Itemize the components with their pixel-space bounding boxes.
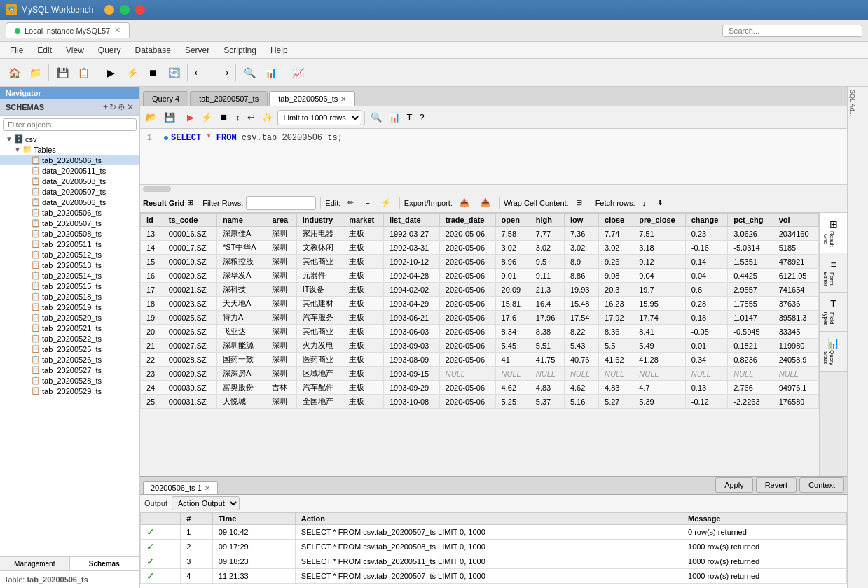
schema-options-button[interactable]: ⚙ <box>118 102 125 112</box>
beautify-button[interactable]: ✨ <box>259 109 276 126</box>
inspect-button[interactable]: 🔍 <box>240 63 259 83</box>
form-editor-tab[interactable]: ≡ FormEditor <box>820 253 847 293</box>
output-row[interactable]: ✓209:17:29SELECT * FROM csv.tab_20200508… <box>141 540 847 554</box>
schemas-tab[interactable]: Schemas <box>70 557 140 570</box>
limit-select[interactable]: Limit to 1000 rows Limit to 200 rows Lim… <box>277 110 361 125</box>
management-tab[interactable]: Management <box>0 557 70 570</box>
output-tab[interactable]: 20200506_ts 1 ✕ <box>143 481 218 494</box>
execute-sql-button[interactable]: ▶ <box>184 109 197 126</box>
global-search-input[interactable] <box>722 24 862 37</box>
collapse-schema-button[interactable]: ✕ <box>127 102 134 112</box>
stop-sql-button[interactable]: ⏹ <box>216 109 231 126</box>
editor-scrollbar[interactable] <box>140 185 847 193</box>
table-row[interactable]: 16000020.SZ深华发A深圳元器件主板1992-04-282020-05-… <box>141 269 819 283</box>
table-tab-20200507[interactable]: 📋tab_20200507_ts <box>0 218 139 228</box>
table-data-20200511[interactable]: 📋data_20200511_ts <box>0 165 139 176</box>
fetch-all-button[interactable]: ⬇ <box>653 197 668 208</box>
format-button[interactable]: T <box>404 109 415 126</box>
table-tab-20200513[interactable]: 📋tab_20200513_ts <box>0 260 139 270</box>
table-tab-20200522[interactable]: 📋tab_20200522_ts <box>0 333 139 344</box>
table-row[interactable]: 20000026.SZ飞亚达深圳其他商业主板1993-06-032020-05-… <box>141 325 819 339</box>
open-sql-button[interactable]: 📂 <box>143 109 160 126</box>
back-button[interactable]: ⟵ <box>191 63 211 83</box>
table-tab-20200520[interactable]: 📋tab_20200520_ts <box>0 312 139 323</box>
apply-button[interactable]: Apply <box>715 477 753 493</box>
execute-current-button[interactable]: ⚡ <box>198 109 215 126</box>
edit-delete-button[interactable]: − <box>361 198 373 208</box>
table-tab-20200526[interactable]: 📋tab_20200526_ts <box>0 354 139 365</box>
forward-button[interactable]: ⟶ <box>212 63 232 83</box>
query-stats-button[interactable]: 📈 <box>288 63 308 83</box>
table-tab-20200519[interactable]: 📋tab_20200519_ts <box>0 302 139 312</box>
query-help-button[interactable]: ? <box>416 109 427 126</box>
table-data-20200507[interactable]: 📋data_20200507_ts <box>0 186 139 197</box>
table-data-20200506[interactable]: 📋data_20200506_ts <box>0 197 139 207</box>
table-row[interactable]: 15000019.SZ深粮控股深圳其他商业主板1992-10-122020-05… <box>141 255 819 269</box>
menu-server[interactable]: Server <box>178 44 216 57</box>
toggle-output-button[interactable]: ↕ <box>233 109 243 126</box>
table-tab-20200508[interactable]: 📋tab_20200508_ts <box>0 228 139 239</box>
schema-csv[interactable]: ▼ 🗄️ csv <box>0 134 139 144</box>
table-tab-20200528[interactable]: 📋tab_20200528_ts <box>0 375 139 386</box>
close-button[interactable] <box>135 5 145 15</box>
refresh-schemas-button[interactable]: ↻ <box>109 102 116 112</box>
menu-query[interactable]: Query <box>91 44 128 57</box>
table-tab-20200511[interactable]: 📋tab_20200511_ts <box>0 239 139 249</box>
save-as-button[interactable]: 📋 <box>74 63 93 83</box>
word-wrap-button[interactable]: ↩ <box>244 109 258 126</box>
query-tab-20200507[interactable]: tab_20200507_ts <box>190 91 268 106</box>
table-tab-20200506b[interactable]: 📋tab_20200506_ts <box>0 207 139 218</box>
inspect-query-button[interactable]: 🔍 <box>368 109 385 126</box>
table-row[interactable]: 24000030.SZ富奥股份吉林汽车配件主板1993-09-292020-05… <box>141 381 819 395</box>
output-row[interactable]: ✓309:18:23SELECT * FROM csv.tab_20200511… <box>141 554 847 569</box>
save-button[interactable]: 💾 <box>53 63 72 83</box>
action-output-select[interactable]: Action Output <box>172 496 240 510</box>
query-tab-close-icon[interactable]: ✕ <box>340 95 346 103</box>
output-row[interactable]: ✓109:10:42SELECT * FROM csv.tab_20200507… <box>141 525 847 540</box>
table-tab-20200512[interactable]: 📋tab_20200512_ts <box>0 249 139 260</box>
table-tab-20200506[interactable]: 📋tab_20200506_ts <box>0 155 139 165</box>
query-tab-20200506[interactable]: tab_20200506_ts ✕ <box>269 91 355 106</box>
output-tab-close-icon[interactable]: ✕ <box>205 484 210 492</box>
table-tab-20200527[interactable]: 📋tab_20200527_ts <box>0 365 139 375</box>
save-sql-button[interactable]: 💾 <box>161 109 178 126</box>
table-row[interactable]: 18000023.SZ天天地A深圳其他建材主板1993-04-292020-05… <box>141 297 819 311</box>
wrap-button[interactable]: ⊞ <box>572 197 586 208</box>
minimize-button[interactable] <box>104 5 114 15</box>
filter-objects-input[interactable] <box>3 118 137 131</box>
edit-add-button[interactable]: ✏ <box>343 197 358 208</box>
instance-tab[interactable]: Local instance MySQL57 ✕ <box>6 22 130 38</box>
maximize-button[interactable] <box>120 5 130 15</box>
stop-button[interactable]: ⏹ <box>143 63 163 83</box>
sql-content[interactable]: SELECT * FROM csv.tab_20200506_ts; <box>164 133 843 180</box>
table-row[interactable]: 19000025.SZ特力A深圳汽车服务主板1993-06-212020-05-… <box>141 311 819 325</box>
filter-rows-input[interactable] <box>246 196 316 210</box>
table-row[interactable]: 22000028.SZ国药一致深圳医药商业主板1993-08-092020-05… <box>141 353 819 367</box>
output-scroll[interactable]: # Time Action Message ✓109:10:42SELECT *… <box>140 512 847 588</box>
add-schema-button[interactable]: + <box>103 102 108 112</box>
menu-edit[interactable]: Edit <box>30 44 59 57</box>
output-row[interactable]: ✓411:21:33SELECT * FROM csv.tab_20200507… <box>141 569 847 584</box>
new-schema-button[interactable]: 🏠 <box>4 63 24 83</box>
table-row[interactable]: 17000021.SZ深科技深圳IT设备主板1994-02-022020-05-… <box>141 283 819 297</box>
execute-button[interactable]: ▶ <box>101 63 120 83</box>
table-tab-20200515[interactable]: 📋tab_20200515_ts <box>0 281 139 291</box>
table-row[interactable]: 13000016.SZ深康佳A深圳家用电器主板1992-03-272020-05… <box>141 227 819 241</box>
table-tab-20200529[interactable]: 📋tab_20200529_ts <box>0 386 139 396</box>
query-stats-tab[interactable]: 📊 QueryStats <box>820 332 847 372</box>
menu-database[interactable]: Database <box>128 44 178 57</box>
menu-file[interactable]: File <box>3 44 30 57</box>
table-row[interactable]: 25000031.SZ大悦城深圳全国地产主板1993-10-082020-05-… <box>141 395 819 409</box>
revert-button[interactable]: Revert <box>756 477 797 493</box>
open-query-button[interactable]: 📁 <box>25 63 45 83</box>
table-tab-20200525[interactable]: 📋tab_20200525_ts <box>0 344 139 354</box>
import-button[interactable]: 📥 <box>476 197 495 208</box>
result-grid-area[interactable]: id ts_code name area industry market lis… <box>140 213 819 476</box>
schema-inspector-button[interactable]: 📊 <box>261 63 280 83</box>
menu-view[interactable]: View <box>59 44 91 57</box>
table-tab-20200518[interactable]: 📋tab_20200518_ts <box>0 291 139 302</box>
export-button[interactable]: 📤 <box>455 197 474 208</box>
tables-folder[interactable]: ▼ 📁 Tables <box>0 144 139 155</box>
query-stats-sql-button[interactable]: 📊 <box>386 109 403 126</box>
field-types-tab[interactable]: T FieldTypes <box>820 293 847 332</box>
